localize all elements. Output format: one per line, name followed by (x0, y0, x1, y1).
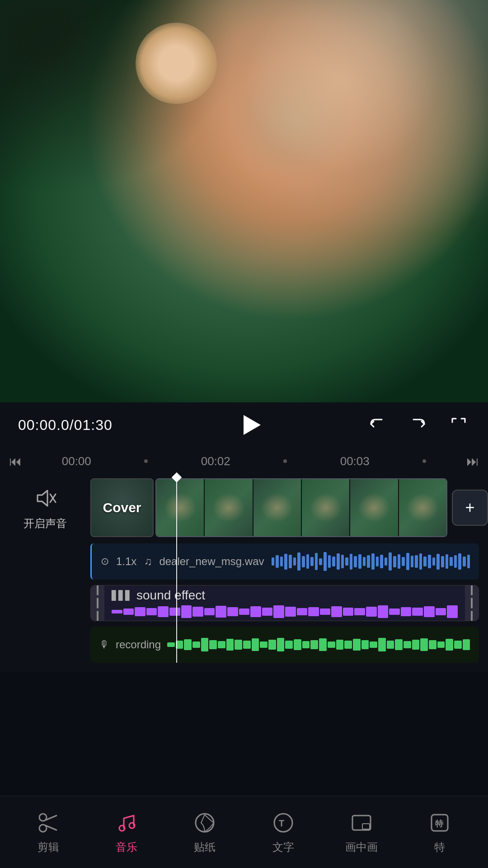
pip-icon (349, 810, 374, 835)
music-bar (302, 556, 305, 567)
svg-line-4 (46, 816, 56, 820)
rec-bar (268, 640, 276, 650)
recording-track[interactable]: 🎙 recording (90, 627, 479, 663)
skip-to-start-button[interactable]: ⏮ (9, 454, 22, 469)
rec-bar (277, 638, 285, 651)
video-frame-1 (156, 479, 204, 536)
play-button[interactable] (236, 410, 265, 439)
nav-label-music: 音乐 (116, 840, 137, 854)
fullscreen-button[interactable] (447, 414, 470, 436)
recording-waveform (167, 637, 470, 653)
music-bar (458, 553, 461, 570)
ruler-dot-0 (144, 459, 148, 463)
skip-to-end-button[interactable]: ⏭ (466, 454, 479, 469)
music-bar (393, 556, 396, 567)
music-bar (315, 553, 318, 570)
music-bar (446, 554, 449, 569)
se-bar (331, 606, 342, 617)
music-bar (463, 557, 466, 566)
music-bar (358, 554, 361, 569)
nav-item-pip[interactable]: 画中画 (334, 810, 389, 854)
rec-bar (328, 642, 335, 648)
text-icon: T (271, 810, 296, 835)
se-bar (436, 608, 446, 615)
music-bar (306, 554, 310, 569)
se-bar (169, 608, 180, 616)
special-icon: 特 (427, 810, 452, 835)
music-bar (441, 556, 444, 567)
rec-bar (285, 641, 293, 649)
music-bar (289, 555, 292, 568)
nav-item-text[interactable]: T 文字 (256, 810, 310, 854)
rec-bar (252, 638, 259, 651)
nav-item-special[interactable]: 特 特 (413, 810, 467, 854)
nav-item-music[interactable]: 音乐 (99, 810, 154, 854)
add-clip-button[interactable]: + (452, 490, 488, 526)
video-frames-strip[interactable] (155, 478, 447, 537)
music-bar (280, 557, 283, 566)
music-track-row: ⊙ 1.1x ♫ dealer_new_msg.wav (0, 541, 488, 582)
nav-item-sticker[interactable]: 贴纸 (178, 810, 232, 854)
rec-bar (302, 641, 310, 648)
se-bar (123, 609, 134, 615)
music-waveform (272, 552, 470, 571)
time-display: 00:00.0/01:30 (18, 417, 136, 434)
video-strip-wrapper: Cover (90, 478, 447, 537)
rec-bar (260, 642, 267, 648)
nav-item-edit[interactable]: 剪辑 (21, 810, 75, 854)
music-bar (319, 558, 322, 565)
se-bar (239, 609, 250, 615)
se-bar (354, 608, 365, 615)
undo-button[interactable] (366, 414, 389, 436)
sound-effect-track[interactable]: ▋▋▋ sound effect (90, 585, 479, 621)
se-bar (146, 608, 157, 615)
recording-label: recording (116, 638, 161, 651)
rec-bar (404, 641, 411, 648)
cover-clip[interactable]: Cover (90, 478, 154, 537)
svg-text:T: T (279, 818, 284, 828)
video-frame-5 (350, 479, 398, 536)
rec-bar (361, 640, 369, 649)
sound-effect-right-handle[interactable] (465, 585, 479, 621)
se-bar (378, 605, 389, 618)
se-bar (320, 609, 331, 615)
right-handle-line-3 (471, 611, 473, 621)
handle-line-2 (97, 598, 99, 609)
sound-effect-content: ▋▋▋ sound effect (104, 588, 465, 618)
rec-bar (412, 640, 420, 650)
handle-line-3 (97, 611, 99, 621)
music-track[interactable]: ⊙ 1.1x ♫ dealer_new_msg.wav (90, 543, 479, 580)
ruler-times: 00:00 00:02 00:03 (35, 454, 453, 468)
play-triangle-icon (244, 415, 261, 435)
se-bar (308, 607, 319, 616)
sound-toggle[interactable]: 开启声音 (0, 480, 90, 535)
music-bar (337, 553, 340, 570)
se-bar (158, 606, 169, 617)
se-bar (204, 608, 215, 615)
ruler-time-1: 00:02 (201, 454, 230, 468)
rec-bar (353, 639, 361, 651)
ruler-time-0: 00:00 (62, 454, 91, 468)
redo-button[interactable] (407, 414, 429, 436)
nav-label-special: 特 (434, 840, 445, 854)
right-handle-line-2 (471, 598, 473, 609)
se-bar (447, 605, 458, 618)
rec-bar (226, 639, 234, 651)
music-bar (467, 555, 470, 568)
rec-bar (370, 642, 377, 648)
rec-bar (429, 640, 436, 649)
rec-bar (437, 642, 445, 648)
se-bar (285, 607, 296, 617)
se-bar (262, 608, 273, 616)
rec-bar (218, 641, 225, 648)
nav-label-text: 文字 (272, 840, 294, 854)
video-frame-6 (399, 479, 446, 536)
rec-bar (336, 640, 344, 650)
sound-effect-left-handle[interactable] (91, 585, 104, 621)
music-bar (310, 557, 314, 566)
svg-line-5 (46, 826, 56, 830)
music-speed: 1.1x (116, 555, 136, 568)
music-icon (114, 810, 139, 835)
music-bar (436, 554, 440, 570)
music-bar (423, 557, 427, 566)
